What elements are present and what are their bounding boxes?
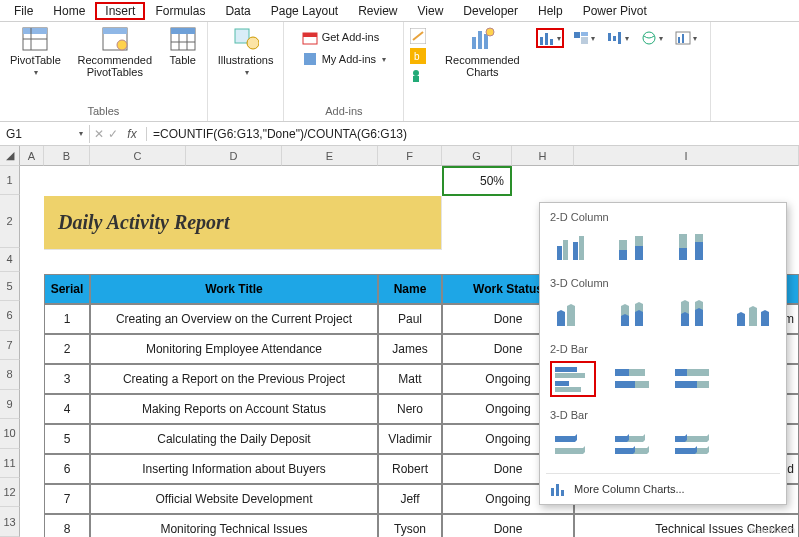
cell-status[interactable]: Done	[442, 514, 574, 537]
cell-name[interactable]: Matt	[378, 364, 442, 394]
svg-rect-21	[413, 76, 419, 82]
tab-help[interactable]: Help	[528, 2, 573, 20]
row-header[interactable]: 9	[0, 390, 20, 419]
column-header[interactable]: E	[282, 146, 378, 166]
stacked-column-3d[interactable]	[610, 295, 656, 331]
cell-name[interactable]: James	[378, 334, 442, 364]
clustered-bar-2d[interactable]	[550, 361, 596, 397]
cell-serial[interactable]: 5	[44, 424, 90, 454]
column-header[interactable]: D	[186, 146, 282, 166]
cell-serial[interactable]: 8	[44, 514, 90, 537]
cell-title[interactable]: Making Reports on Account Status	[90, 394, 378, 424]
tab-file[interactable]: File	[4, 2, 43, 20]
fx-button[interactable]: fx	[122, 127, 142, 141]
stacked100-bar-3d[interactable]	[670, 427, 716, 463]
bing-icon[interactable]: b	[410, 48, 426, 64]
cancel-icon[interactable]: ✕	[94, 127, 104, 141]
cell-title[interactable]: Official Website Development	[90, 484, 378, 514]
cell-serial[interactable]: 1	[44, 304, 90, 334]
column-header[interactable]: H	[512, 146, 574, 166]
stacked100-bar-2d[interactable]	[670, 361, 716, 397]
clustered-bar-3d[interactable]	[550, 427, 596, 463]
cell-serial[interactable]: 7	[44, 484, 90, 514]
stacked-bar-3d[interactable]	[610, 427, 656, 463]
cell-title[interactable]: Calculating the Daily Deposit	[90, 424, 378, 454]
column-header[interactable]: G	[442, 146, 512, 166]
cell-name[interactable]: Tyson	[378, 514, 442, 537]
clustered-column-2d[interactable]	[550, 229, 596, 265]
tab-view[interactable]: View	[408, 2, 454, 20]
tab-developer[interactable]: Developer	[453, 2, 528, 20]
row-header[interactable]: 5	[0, 272, 20, 301]
select-all[interactable]: ◢	[0, 146, 20, 166]
gallery-section-title: 3-D Column	[540, 273, 786, 291]
stacked-bar-2d[interactable]	[610, 361, 656, 397]
row-header[interactable]: 4	[0, 248, 20, 272]
header-work-title[interactable]: Work Title	[90, 274, 378, 304]
row-header[interactable]: 1	[0, 166, 20, 195]
row-header[interactable]: 13	[0, 507, 20, 536]
cell-name[interactable]: Vladimir	[378, 424, 442, 454]
pivotchart-dropdown[interactable]: ▾	[672, 28, 700, 48]
cell-title[interactable]: Creating a Report on the Previous Projec…	[90, 364, 378, 394]
tab-home[interactable]: Home	[43, 2, 95, 20]
table-button[interactable]: Table	[165, 24, 201, 68]
stacked100-column-3d[interactable]	[670, 295, 716, 331]
column-header[interactable]: F	[378, 146, 442, 166]
tab-data[interactable]: Data	[215, 2, 260, 20]
name-box[interactable]: G1▾	[0, 125, 90, 143]
recommended-charts-button[interactable]: Recommended Charts	[438, 24, 526, 80]
tab-insert[interactable]: Insert	[95, 2, 145, 20]
formula-bar[interactable]: =COUNTIF(G6:G13,"Done")/COUNTA(G6:G13)	[147, 125, 799, 143]
cell-g1[interactable]: 50%	[442, 166, 512, 196]
illustrations-button[interactable]: Illustrations ▾	[214, 24, 278, 79]
get-addins-button[interactable]: Get Add-ins	[300, 28, 381, 46]
cell-title[interactable]: Creating an Overview on the Current Proj…	[90, 304, 378, 334]
row-header[interactable]: 7	[0, 331, 20, 360]
my-addins-button[interactable]: My Add-ins ▾	[300, 50, 388, 68]
cell-name[interactable]: Paul	[378, 304, 442, 334]
waterfall-chart-dropdown[interactable]: ▾	[604, 28, 632, 48]
people-graph-icon[interactable]	[410, 68, 426, 84]
tab-powerpivot[interactable]: Power Pivot	[573, 2, 657, 20]
tab-formulas[interactable]: Formulas	[145, 2, 215, 20]
title-banner[interactable]: Daily Activity Report	[44, 196, 442, 250]
column-header[interactable]: B	[44, 146, 90, 166]
cell-name[interactable]: Nero	[378, 394, 442, 424]
stacked-column-2d[interactable]	[610, 229, 656, 265]
cell-title[interactable]: Monitoring Technical Issues	[90, 514, 378, 537]
header-name[interactable]: Name	[378, 274, 442, 304]
cell-title[interactable]: Inserting Information about Buyers	[90, 454, 378, 484]
row-header[interactable]: 10	[0, 419, 20, 448]
row-header[interactable]: 12	[0, 478, 20, 507]
cell-serial[interactable]: 3	[44, 364, 90, 394]
stacked100-column-2d[interactable]	[670, 229, 716, 265]
row-header[interactable]: 8	[0, 360, 20, 389]
bing-maps-icon[interactable]	[410, 28, 426, 44]
formula-bar-row: G1▾ ✕ ✓ fx =COUNTIF(G6:G13,"Done")/COUNT…	[0, 122, 799, 146]
more-column-charts[interactable]: More Column Charts...	[540, 476, 786, 498]
hierarchy-chart-dropdown[interactable]: ▾	[570, 28, 598, 48]
column-chart-dropdown[interactable]: ▾	[536, 28, 564, 48]
column-header[interactable]: A	[20, 146, 44, 166]
clustered-column-3d[interactable]	[550, 295, 596, 331]
column-3d[interactable]	[730, 295, 776, 331]
cell-serial[interactable]: 4	[44, 394, 90, 424]
cell-serial[interactable]: 6	[44, 454, 90, 484]
column-header[interactable]: C	[90, 146, 186, 166]
header-serial[interactable]: Serial	[44, 274, 90, 304]
tab-review[interactable]: Review	[348, 2, 407, 20]
cell-serial[interactable]: 2	[44, 334, 90, 364]
row-header[interactable]: 11	[0, 449, 20, 478]
row-header[interactable]: 6	[0, 301, 20, 330]
row-header[interactable]: 2	[0, 195, 20, 248]
tab-pagelayout[interactable]: Page Layout	[261, 2, 348, 20]
column-header[interactable]: I	[574, 146, 799, 166]
maps-dropdown[interactable]: ▾	[638, 28, 666, 48]
pivottable-button[interactable]: PivotTable ▾	[6, 24, 65, 79]
enter-icon[interactable]: ✓	[108, 127, 118, 141]
cell-name[interactable]: Jeff	[378, 484, 442, 514]
cell-name[interactable]: Robert	[378, 454, 442, 484]
cell-title[interactable]: Monitoring Employee Attendance	[90, 334, 378, 364]
recommended-pivottables-button[interactable]: Recommended PivotTables	[71, 24, 159, 80]
